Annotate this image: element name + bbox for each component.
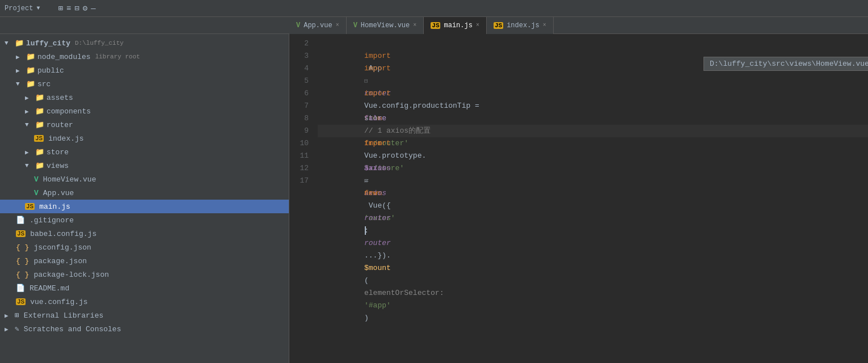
tab-indexjs[interactable]: JS index.js ×: [487, 17, 554, 34]
sidebar: ▼ 📁 luffy_city D:\luffy_city ▶ 📁 node_mo…: [0, 34, 289, 363]
align-icon[interactable]: ≡: [66, 4, 71, 13]
title-bar-left: Project ▼ ⊞ ≡ ⊟ ⚙ —: [5, 3, 96, 13]
sidebar-item-packagelockjson[interactable]: { } package-lock.json: [0, 268, 289, 281]
hover-tooltip: D:\luffy_city\src\views\HomeView.vue: [703, 57, 868, 71]
sidebar-item-packagejson[interactable]: { } package.json: [0, 254, 289, 268]
sidebar-item-mainjs[interactable]: JS main.js: [0, 200, 289, 213]
js-file-icon: JS: [25, 203, 35, 210]
sidebar-item-store[interactable]: ▶ 📁 store: [0, 145, 289, 159]
fold-marker-12: ⊟: [364, 178, 368, 184]
sidebar-item-node-modules-label: node_modules: [37, 53, 91, 61]
sidebar-item-jsconfig[interactable]: { } jsconfig.json: [0, 240, 289, 254]
line-num-3: 3: [289, 50, 309, 62]
line-num-4: 4: [289, 62, 309, 75]
sidebar-item-readme[interactable]: 📄 README.md: [0, 281, 289, 295]
sidebar-item-babelconfig[interactable]: JS babel.config.js: [0, 227, 289, 240]
sidebar-item-router-index[interactable]: JS index.js: [0, 132, 289, 145]
sidebar-item-gitignore-label: .gitignore: [30, 216, 74, 225]
title-bar: Project ▼ ⊞ ≡ ⊟ ⚙ —: [0, 0, 868, 17]
folder-icon: 📁: [35, 107, 44, 116]
import-kw: import: [364, 52, 391, 60]
grid-icon[interactable]: ⊞: [58, 3, 62, 13]
vue-dot: V: [296, 22, 300, 29]
new-kw: new: [364, 189, 377, 197]
js-icon: JS: [431, 22, 440, 29]
expand-icon: ▶: [5, 312, 12, 319]
axios-prop: $axios: [364, 164, 391, 172]
main-layout: ▼ 📁 luffy_city D:\luffy_city ▶ 📁 node_mo…: [0, 34, 868, 363]
expand-icon: ▼: [5, 40, 12, 47]
sidebar-item-external-libs[interactable]: ▶ ⊞ External Libraries: [0, 309, 289, 322]
sidebar-item-gitignore[interactable]: 📄 .gitignore: [0, 213, 289, 227]
sidebar-item-homeview[interactable]: V HomeView.vue: [0, 172, 289, 186]
tab-indexjs-close[interactable]: ×: [543, 22, 546, 28]
code-line-6: Vue.config.productionTip = false: [318, 87, 868, 100]
sidebar-item-appvue-label: App.vue: [43, 189, 74, 197]
scratches-icon: ✎: [15, 324, 19, 334]
sidebar-item-public[interactable]: ▶ 📁 public: [0, 64, 289, 77]
minimize-icon[interactable]: —: [91, 4, 95, 13]
sidebar-item-vueconfig-label: vue.config.js: [30, 298, 87, 306]
sidebar-item-packagelockjson-label: package-lock.json: [33, 271, 109, 279]
sidebar-item-scratches[interactable]: ▶ ✎ Scratches and Consoles: [0, 322, 289, 336]
vue-file-icon: V: [34, 175, 39, 184]
expand-icon: ▶: [5, 326, 12, 333]
line-num-8: 8: [289, 112, 309, 125]
sidebar-item-components-label: components: [47, 107, 91, 116]
sidebar-item-assets[interactable]: ▶ 📁 assets: [0, 91, 289, 104]
code-lines[interactable]: import App import router from './router'…: [318, 36, 868, 363]
code-line-8: // 1 axios的配置: [318, 112, 868, 125]
sidebar-item-store-label: store: [47, 148, 69, 157]
settings-icon[interactable]: ⚙: [83, 3, 87, 13]
l12-close: ): [364, 314, 369, 322]
sidebar-item-mainjs-label: main.js: [39, 202, 70, 211]
tab-appvue[interactable]: V App.vue ×: [289, 17, 347, 34]
code-line-17: [318, 175, 868, 187]
tooltip-text: D:\luffy_city\src\views\HomeView.vue: [710, 60, 868, 68]
expand-icon: ▶: [25, 94, 33, 102]
sidebar-item-packagejson-label: package.json: [33, 257, 87, 265]
sidebar-item-appvue[interactable]: V App.vue: [0, 186, 289, 200]
folder-icon: 📁: [35, 161, 44, 170]
sidebar-item-components[interactable]: ▶ 📁 components: [0, 104, 289, 118]
vue-dot: V: [353, 22, 357, 29]
tab-homeviewvue-close[interactable]: ×: [413, 22, 416, 28]
folder-icon: 📁: [26, 52, 35, 61]
dropdown-icon: ▼: [36, 5, 40, 11]
expand-icon: ▼: [25, 162, 33, 169]
vue-file-icon: V: [34, 189, 39, 197]
tab-mainjs-label: main.js: [444, 22, 472, 29]
json-file-icon: { }: [16, 243, 29, 252]
vue-proto: Vue.prototype.: [364, 151, 426, 160]
tab-homeviewvue[interactable]: V HomeView.vue ×: [347, 17, 424, 34]
line-num-11: 11: [289, 150, 309, 162]
sidebar-item-vueconfig[interactable]: JS vue.config.js: [0, 295, 289, 309]
folder-icon: 📁: [35, 120, 44, 129]
line-num-5: 5: [289, 75, 309, 87]
tab-indexjs-label: index.js: [507, 22, 540, 29]
editor-area[interactable]: D:\luffy_city\src\views\HomeView.vue 2 3…: [289, 34, 868, 363]
code-line-2: import App: [318, 37, 868, 50]
l12-rest: ...}).: [364, 251, 391, 260]
tab-mainjs[interactable]: JS main.js ×: [424, 17, 487, 34]
sidebar-item-public-label: public: [37, 66, 64, 75]
sidebar-item-external-libs-label: External Libraries: [24, 311, 103, 320]
tab-mainjs-close[interactable]: ×: [476, 22, 479, 28]
sidebar-item-homeview-label: HomeView.vue: [43, 175, 96, 184]
fold-marker-4: ⊟: [364, 78, 368, 85]
sidebar-item-router[interactable]: ▼ 📁 router: [0, 118, 289, 132]
expand-icon: ▶: [16, 67, 24, 74]
expand-icon: ▶: [25, 108, 33, 115]
sidebar-item-node-modules[interactable]: ▶ 📁 node_modules library root: [0, 50, 289, 64]
sidebar-item-luffy-city[interactable]: ▼ 📁 luffy_city D:\luffy_city: [0, 36, 289, 50]
sidebar-item-src[interactable]: ▼ 📁 src: [0, 77, 289, 91]
tab-appvue-close[interactable]: ×: [336, 22, 339, 28]
line-num-7: 7: [289, 100, 309, 112]
sidebar-item-views[interactable]: ▼ 📁 views: [0, 159, 289, 172]
filter-icon[interactable]: ⊟: [74, 3, 79, 13]
line-numbers: 2 3 4 5 6 7 8 9 10 11 12 17: [289, 36, 318, 363]
folder-icon: 📁: [35, 93, 44, 102]
project-label[interactable]: Project: [5, 5, 33, 12]
code-line-5: [318, 75, 868, 87]
line-num-9: 9: [289, 125, 309, 137]
